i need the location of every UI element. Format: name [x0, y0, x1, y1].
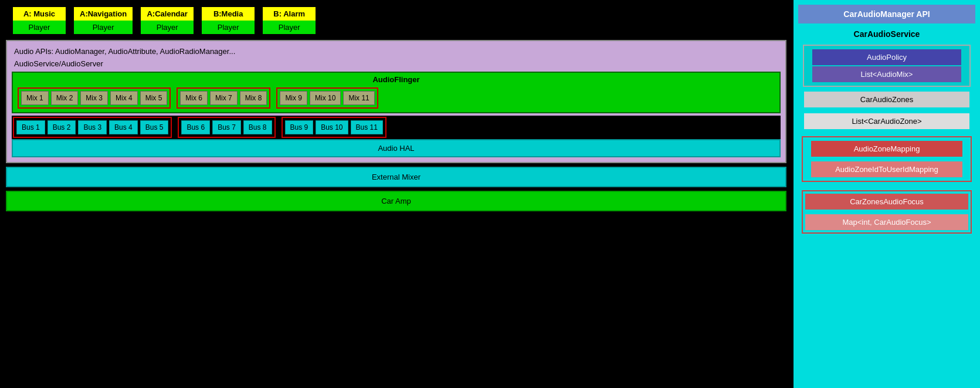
- app-player: A: Music Player: [12, 6, 67, 35]
- app-player: A:Calendar Player: [140, 6, 195, 35]
- bus-box: Bus 10: [316, 120, 348, 134]
- audio-zone-mapping: AudioZoneMapping: [811, 141, 962, 157]
- bus-zone-2: Bus 9Bus 10Bus 11: [282, 117, 386, 138]
- app-player: A:Navigation Player: [73, 6, 134, 35]
- audio-service-label: AudioService/AudioServer: [12, 58, 781, 69]
- audio-zone-id-to-user-id-mapping: AudioZoneIdToUserIdMapping: [811, 161, 962, 177]
- app-label: B:Media: [202, 7, 255, 21]
- list-audio-mix: List<AudioMix>: [812, 66, 961, 82]
- car-amp-block: Car Amp: [6, 191, 786, 211]
- app-label: A:Calendar: [141, 7, 194, 21]
- bus-zone-1: Bus 6Bus 7Bus 8: [178, 117, 275, 138]
- mix-box: Mix 7: [210, 91, 238, 105]
- car-audio-service-label: CarAudioService: [798, 27, 975, 41]
- audio-apis-label: Audio APIs: AudioManager, AudioAttribute…: [12, 46, 781, 57]
- app-label: A:Navigation: [74, 7, 133, 21]
- bus-box: Bus 7: [212, 120, 241, 134]
- car-audio-manager-api: CarAudioManager API: [798, 5, 975, 23]
- mix-box: Mix 6: [180, 91, 208, 105]
- mix-zones-row: Mix 1Mix 2Mix 3Mix 4Mix 5Mix 6Mix 7Mix 8…: [18, 86, 775, 110]
- audio-policy-section: AudioPolicy List<AudioMix>: [803, 45, 971, 87]
- audio-hal-block: Audio HAL: [12, 139, 781, 157]
- bus-box: Bus 1: [16, 120, 45, 134]
- bus-box: Bus 4: [109, 120, 138, 134]
- app-player-label: Player: [141, 21, 194, 34]
- audio-policy: AudioPolicy: [812, 49, 961, 65]
- car-zones-audio-focus: CarZonesAudioFocus: [805, 194, 968, 210]
- mix-zone-0: Mix 1Mix 2Mix 3Mix 4Mix 5: [18, 87, 171, 109]
- bus-zones-row: Bus 1Bus 2Bus 3Bus 4Bus 5Bus 6Bus 7Bus 8…: [12, 116, 781, 139]
- bus-box: Bus 2: [48, 120, 76, 134]
- car-zones-audio-focus-section: CarZonesAudioFocus Map<int, CarAudioFocu…: [802, 190, 972, 234]
- bus-box: Bus 6: [181, 120, 210, 134]
- mix-box: Mix 8: [240, 91, 267, 105]
- external-mixer-block: External Mixer: [6, 167, 786, 187]
- app-player-label: Player: [202, 21, 255, 34]
- app-players-row: A: Music Player A:Navigation Player A:Ca…: [12, 6, 786, 35]
- mix-box: Mix 4: [110, 91, 138, 105]
- app-player-label: Player: [13, 21, 66, 34]
- map-car-audio-focus: Map<int, CarAudioFocus>: [805, 214, 968, 230]
- mix-box: Mix 3: [80, 91, 108, 105]
- mix-zone-2: Mix 9Mix 10Mix 11: [276, 87, 378, 109]
- bus-box: Bus 5: [140, 120, 169, 134]
- mix-box: Mix 2: [51, 91, 79, 105]
- bus-box: Bus 11: [351, 120, 383, 134]
- bus-box: Bus 9: [285, 120, 314, 134]
- app-label: B: Alarm: [263, 7, 316, 21]
- right-panel: CarAudioManager API CarAudioService Audi…: [792, 0, 980, 388]
- app-player: B:Media Player: [201, 6, 256, 35]
- mix-box: Mix 1: [21, 91, 49, 105]
- list-car-audio-zone: List<CarAudioZone>: [804, 113, 969, 129]
- app-label: A: Music: [13, 7, 66, 21]
- audio-flinger-block: AudioFlinger Mix 1Mix 2Mix 3Mix 4Mix 5Mi…: [12, 72, 781, 113]
- mix-box: Mix 5: [140, 91, 168, 105]
- mix-box: Mix 10: [310, 91, 341, 105]
- main-diagram: A: Music Player A:Navigation Player A:Ca…: [0, 0, 792, 388]
- app-player: B: Alarm Player: [262, 6, 317, 35]
- bus-box: Bus 8: [243, 120, 272, 134]
- app-player-label: Player: [74, 21, 133, 34]
- audio-flinger-title: AudioFlinger: [18, 75, 775, 84]
- bus-zone-0: Bus 1Bus 2Bus 3Bus 4Bus 5: [13, 117, 172, 138]
- app-player-label: Player: [263, 21, 316, 34]
- car-audio-zones: CarAudioZones: [804, 92, 969, 107]
- arch-block: Audio APIs: AudioManager, AudioAttribute…: [6, 40, 786, 163]
- mix-box: Mix 9: [280, 91, 307, 105]
- bus-box: Bus 3: [78, 120, 107, 134]
- mix-zone-1: Mix 6Mix 7Mix 8: [177, 87, 270, 109]
- audio-zone-mapping-section: AudioZoneMapping AudioZoneIdToUserIdMapp…: [802, 136, 972, 182]
- mix-box: Mix 11: [343, 91, 374, 105]
